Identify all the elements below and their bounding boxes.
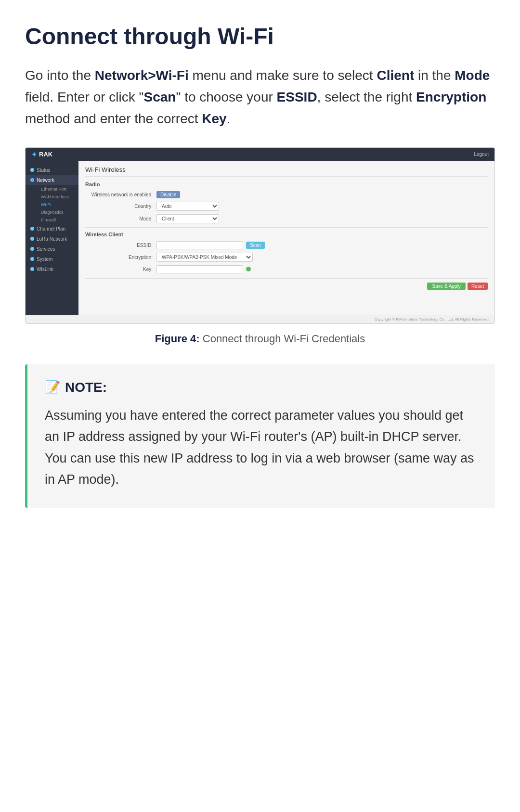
services-dot-icon xyxy=(30,247,34,251)
key-value xyxy=(156,265,251,273)
rak-sidebar: Status Network Ethernet Port WAN Interfa… xyxy=(26,161,78,315)
sidebar-item-status[interactable]: Status xyxy=(26,165,78,175)
scan-button[interactable]: Scan xyxy=(246,242,265,249)
disable-button[interactable]: Disable xyxy=(156,191,180,198)
mode-value: Client xyxy=(156,214,219,223)
sidebar-label-channel-plan: Channel Plan xyxy=(37,226,65,232)
note-body: Assuming you have entered the correct pa… xyxy=(45,405,478,490)
bold-client: Client xyxy=(377,68,414,83)
action-buttons: Save & Apply Reset xyxy=(85,278,488,290)
rak-logo-icon: ✦ xyxy=(31,151,37,158)
bold-network-wifi: Network>Wi-Fi xyxy=(95,68,189,83)
essid-label: ESSID: xyxy=(85,243,153,248)
rak-ui: ✦ RAK Logout Status Network Ethernet Po xyxy=(26,148,494,323)
system-dot-icon xyxy=(30,257,34,261)
sidebar-label-diagnostics: Diagnostics xyxy=(41,210,64,215)
sidebar-item-wislink[interactable]: WisLink xyxy=(26,264,78,274)
sidebar-label-status: Status xyxy=(37,168,50,173)
wireless-network-label: Wireless network is enabled: xyxy=(85,192,153,197)
encryption-value: WPA-PSK/WPA2-PSK Mixed Mode xyxy=(156,253,253,262)
mode-label: Mode: xyxy=(85,216,153,221)
section-divider xyxy=(85,227,488,228)
encryption-select[interactable]: WPA-PSK/WPA2-PSK Mixed Mode xyxy=(156,253,253,262)
mode-row: Mode: Client xyxy=(85,214,488,223)
save-apply-button[interactable]: Save & Apply xyxy=(427,283,465,290)
figure-label: Figure 4: xyxy=(155,333,200,345)
essid-value: Scan xyxy=(156,241,265,249)
sidebar-item-ethernet[interactable]: Ethernet Port xyxy=(35,185,78,193)
rak-body: Status Network Ethernet Port WAN Interfa… xyxy=(26,161,494,315)
channel-plan-dot-icon xyxy=(30,227,34,231)
figure-caption-text: Connect through Wi-Fi Credentials xyxy=(203,333,365,345)
sidebar-label-wislink: WisLink xyxy=(37,267,53,272)
note-icon: 📝 xyxy=(45,380,60,395)
encryption-label: Encryption: xyxy=(85,255,153,260)
sidebar-item-channel-plan[interactable]: Channel Plan xyxy=(26,224,78,234)
network-dot-icon xyxy=(30,178,34,182)
figure-caption: Figure 4: Connect through Wi-Fi Credenti… xyxy=(25,333,495,345)
mode-select[interactable]: Client xyxy=(156,214,219,223)
key-row: Key: xyxy=(85,265,488,273)
sidebar-label-lora: LoRa Network xyxy=(37,236,67,242)
sidebar-item-services[interactable]: Services xyxy=(26,244,78,254)
sidebar-label-network: Network xyxy=(37,178,54,183)
intro-paragraph: Go into the Network>Wi-Fi menu and make … xyxy=(25,65,495,129)
wireless-network-value: Disable xyxy=(156,191,180,198)
essid-input[interactable] xyxy=(156,241,243,249)
radio-section-label: Radio xyxy=(85,181,488,187)
wislink-dot-icon xyxy=(30,267,34,271)
sidebar-label-system: System xyxy=(37,257,52,262)
rak-logo-text: RAK xyxy=(39,151,52,158)
rak-logo: ✦ RAK xyxy=(31,151,52,158)
screenshot-container: ✦ RAK Logout Status Network Ethernet Po xyxy=(25,147,495,324)
sidebar-item-system[interactable]: System xyxy=(26,254,78,264)
bold-essid: ESSID xyxy=(277,90,317,104)
sidebar-item-network[interactable]: Network xyxy=(26,175,78,185)
sidebar-label-ethernet: Ethernet Port xyxy=(41,187,66,192)
sidebar-label-wifi: Wi-Fi xyxy=(41,202,51,207)
encryption-row: Encryption: WPA-PSK/WPA2-PSK Mixed Mode xyxy=(85,253,488,262)
country-label: Country: xyxy=(85,204,153,209)
bold-key: Key xyxy=(202,111,226,126)
note-box: 📝 NOTE: Assuming you have entered the co… xyxy=(25,364,495,508)
bold-scan: Scan xyxy=(143,90,176,104)
content-title: Wi-Fi Wireless xyxy=(85,166,488,177)
country-value: Auto xyxy=(156,202,219,211)
essid-row: ESSID: Scan xyxy=(85,241,488,249)
sidebar-item-firewall[interactable]: Firewall xyxy=(35,216,78,224)
country-row: Country: Auto xyxy=(85,202,488,211)
bold-encryption: Encryption xyxy=(416,90,486,104)
rak-topbar: ✦ RAK Logout xyxy=(26,148,494,161)
sidebar-item-wan[interactable]: WAN Interface xyxy=(35,193,78,201)
note-title: 📝 NOTE: xyxy=(45,380,478,395)
bold-mode: Mode xyxy=(455,68,490,83)
status-dot-icon xyxy=(30,168,34,172)
reset-button[interactable]: Reset xyxy=(468,283,488,290)
sidebar-sub-network: Ethernet Port WAN Interface Wi-Fi Diagno… xyxy=(26,185,78,224)
key-input[interactable] xyxy=(156,265,243,273)
wireless-network-row: Wireless network is enabled: Disable xyxy=(85,191,488,198)
rak-main-content: Wi-Fi Wireless Radio Wireless network is… xyxy=(78,161,494,315)
country-select[interactable]: Auto xyxy=(156,202,219,211)
rak-footer: Copyright © RAKwireless Technology Co., … xyxy=(26,315,494,323)
sidebar-item-wifi[interactable]: Wi-Fi xyxy=(35,201,78,208)
sidebar-item-lora-network[interactable]: LoRa Network xyxy=(26,234,78,244)
page-title: Connect through Wi-Fi xyxy=(25,23,495,50)
key-label: Key: xyxy=(85,267,153,272)
note-title-text: NOTE: xyxy=(65,380,107,395)
key-status-icon xyxy=(246,267,251,271)
sidebar-label-wan: WAN Interface xyxy=(41,194,69,199)
sidebar-label-firewall: Firewall xyxy=(41,218,56,222)
sidebar-label-services: Services xyxy=(37,246,55,252)
rak-logout[interactable]: Logout xyxy=(474,152,489,157)
lora-dot-icon xyxy=(30,237,34,241)
sidebar-item-diagnostics[interactable]: Diagnostics xyxy=(35,208,78,216)
wireless-client-section-label: Wireless Client xyxy=(85,232,488,237)
